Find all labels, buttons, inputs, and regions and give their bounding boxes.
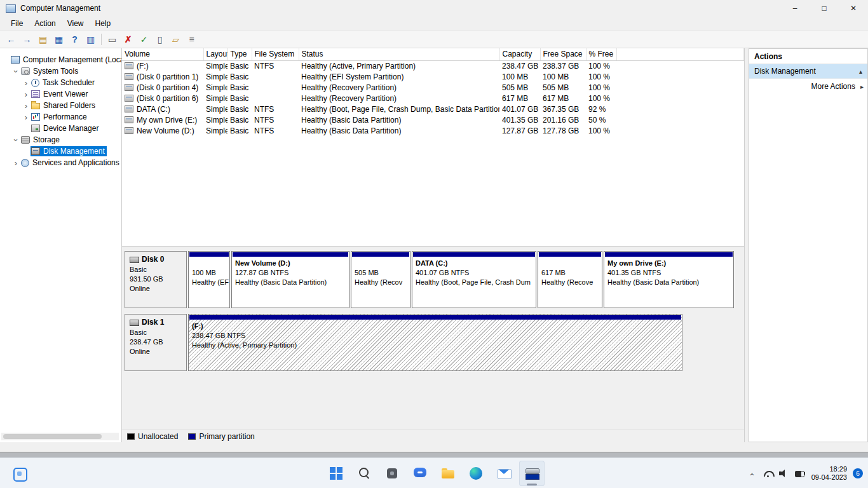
volume-column-header[interactable]: Capacity xyxy=(499,48,540,60)
tree-item[interactable]: Device Manager xyxy=(0,123,121,134)
toolbar: ←→▤▦?▥ ▭✗✓▯▱≡ xyxy=(0,30,868,48)
battery-icon[interactable] xyxy=(794,468,806,478)
tree-item[interactable]: Event Viewer xyxy=(0,88,121,100)
partition-name: DATA (C:) xyxy=(416,259,532,268)
tray-chevron-up-icon[interactable] xyxy=(747,468,758,478)
taskbar-clock[interactable]: 18:29 09-04-2023 xyxy=(810,465,848,482)
help-button[interactable]: ? xyxy=(67,32,83,46)
start-button[interactable] xyxy=(323,461,349,486)
search-button[interactable] xyxy=(351,461,377,486)
tree-expander-icon[interactable] xyxy=(11,67,20,76)
widgets-button[interactable] xyxy=(9,463,29,484)
legend-swatch xyxy=(188,433,196,440)
volume-column-header[interactable]: File System xyxy=(252,48,299,60)
volume-column-header[interactable] xyxy=(616,48,744,60)
partition[interactable]: My own Drive (E:) 401.35 GB NTFS Healthy… xyxy=(604,251,734,308)
volume-pct-free: 100 % xyxy=(586,71,616,82)
check-volume-button[interactable]: ✓ xyxy=(136,32,152,46)
storage-icon xyxy=(21,136,30,144)
volume-status: Healthy (Boot, Page File, Crash Dump, Ba… xyxy=(299,104,499,114)
notification-badge[interactable]: 6 xyxy=(853,468,863,478)
partition[interactable]: 505 MB Healthy (Recov xyxy=(351,251,410,308)
volume-column-header[interactable]: % Free xyxy=(586,48,616,60)
volume-column-header[interactable]: Free Space xyxy=(540,48,586,60)
disk-management-app-button[interactable] xyxy=(519,461,545,486)
volume-column-header[interactable]: Status xyxy=(299,48,499,60)
volume-row[interactable]: (F:) Simple Basic NTFS Healthy (Active, … xyxy=(122,60,744,71)
file-explorer-button[interactable] xyxy=(435,461,461,486)
legend-swatch xyxy=(127,433,135,440)
volume-type: Basic xyxy=(227,93,252,104)
tree-expander-icon[interactable] xyxy=(22,90,31,99)
menu-item[interactable]: File xyxy=(5,17,29,30)
volume-icon[interactable] xyxy=(778,468,790,478)
partition[interactable]: DATA (C:) 401.07 GB NTFS Healthy (Boot, … xyxy=(412,251,536,308)
export-list-button[interactable]: ▤ xyxy=(35,32,51,46)
actions-more-actions[interactable]: More Actions xyxy=(749,79,867,94)
volume-capacity: 617 MB xyxy=(499,93,540,104)
new-volume-button[interactable]: ▯ xyxy=(152,32,168,46)
volume-free-space: 127.78 GB xyxy=(540,125,586,136)
show-console-tree-button[interactable]: ▦ xyxy=(51,32,67,46)
volume-filesystem: NTFS xyxy=(252,125,299,136)
wifi-icon[interactable] xyxy=(763,468,774,478)
menu-item[interactable]: View xyxy=(62,17,90,30)
maximize-button[interactable]: □ xyxy=(810,0,839,17)
partition[interactable]: 100 MB Healthy (EF xyxy=(188,251,230,308)
tree-item-label: Computer Management (Local xyxy=(22,55,121,64)
disk-drive-icon xyxy=(130,320,139,326)
tree-item[interactable]: Disk Management xyxy=(0,146,121,157)
attention-button[interactable]: ▭ xyxy=(104,32,120,46)
tree-expander-icon[interactable] xyxy=(22,112,31,122)
volume-row[interactable]: (Disk 0 partition 4) Simple Basic Health… xyxy=(122,82,744,93)
file-explorer-icon xyxy=(440,466,456,481)
computer-management-window: Computer Management – □ ✕ FileActionView… xyxy=(0,0,868,452)
tree-item[interactable]: System Tools xyxy=(0,65,121,77)
menu-item[interactable]: Action xyxy=(29,17,61,30)
toolbar-separator xyxy=(101,34,102,45)
tree-expander-icon[interactable] xyxy=(22,101,31,111)
chat-button[interactable] xyxy=(407,461,433,486)
back-button[interactable]: ← xyxy=(3,32,19,46)
partition[interactable]: New Volume (D:) 127.87 GB NTFS Healthy (… xyxy=(231,251,349,308)
forward-button[interactable]: → xyxy=(19,32,35,46)
volume-icon xyxy=(125,116,133,123)
taskview-button[interactable] xyxy=(379,461,405,486)
volume-row[interactable]: DATA (C:) Simple Basic NTFS Healthy (Boo… xyxy=(122,104,744,114)
disk0-info-panel[interactable]: Disk 0 Basic 931.50 GB Online xyxy=(125,251,187,308)
tree-item[interactable]: Services and Applications xyxy=(0,157,121,168)
properties-button[interactable]: ≡ xyxy=(184,32,200,46)
minimize-button[interactable]: – xyxy=(780,0,810,17)
delete-volume-button[interactable]: ✗ xyxy=(120,32,136,46)
partition[interactable]: 617 MB Healthy (Recove xyxy=(538,251,602,308)
volume-row[interactable]: (Disk 0 partition 6) Simple Basic Health… xyxy=(122,93,744,104)
volume-row[interactable]: (Disk 0 partition 1) Simple Basic Health… xyxy=(122,71,744,82)
tree-horizontal-scrollbar[interactable] xyxy=(1,433,119,440)
tree-item[interactable]: Shared Folders xyxy=(0,100,121,111)
tree-item[interactable]: Performance xyxy=(0,111,121,123)
tree-item[interactable]: Task Scheduler xyxy=(0,77,121,88)
close-button[interactable]: ✕ xyxy=(839,0,868,17)
menu-item[interactable]: Help xyxy=(90,17,117,30)
partition[interactable]: (F:) 238.47 GB NTFS Healthy (Active, Pri… xyxy=(188,314,682,371)
tree-expander-icon[interactable] xyxy=(11,158,20,168)
scrollbar-thumb[interactable] xyxy=(3,434,102,439)
tree-item[interactable]: Storage xyxy=(0,134,121,146)
volume-column-header[interactable]: Volume xyxy=(122,48,203,60)
volume-capacity: 401.35 GB xyxy=(499,114,540,125)
disk-drive-icon xyxy=(130,257,139,263)
volume-column-header[interactable]: Type xyxy=(227,48,252,60)
volume-row[interactable]: My own Drive (E:) Simple Basic NTFS Heal… xyxy=(122,114,744,125)
tree-item[interactable]: Computer Management (Local xyxy=(0,54,121,65)
actions-disk-management[interactable]: Disk Management xyxy=(749,64,867,79)
show-action-pane-button[interactable]: ▥ xyxy=(83,32,98,46)
tree-expander-icon[interactable] xyxy=(11,135,20,145)
chevron-up-icon[interactable] xyxy=(859,68,862,75)
edge-button[interactable] xyxy=(463,461,489,486)
tree-expander-icon[interactable] xyxy=(22,78,31,88)
disk1-info-panel[interactable]: Disk 1 Basic 238.47 GB Online xyxy=(125,314,187,371)
mail-button[interactable] xyxy=(491,461,517,486)
open-folder-button[interactable]: ▱ xyxy=(168,32,184,46)
volume-row[interactable]: New Volume (D:) Simple Basic NTFS Health… xyxy=(122,125,744,136)
volume-column-header[interactable]: Layout xyxy=(203,48,227,60)
